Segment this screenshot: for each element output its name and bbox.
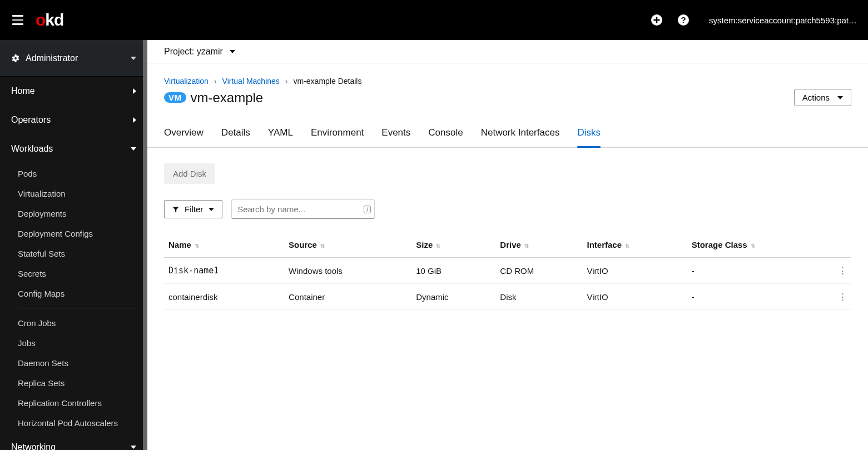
col-size[interactable]: Size⇅ xyxy=(411,232,495,258)
sort-icon: ⇅ xyxy=(436,243,440,249)
sidebar-item-networking[interactable]: Networking xyxy=(0,433,147,450)
cell-size: Dynamic xyxy=(411,284,495,310)
tab-bar: Overview Details YAML Environment Events… xyxy=(147,122,868,148)
caret-down-icon xyxy=(131,446,136,449)
sidebar-item-stateful-sets[interactable]: Stateful Sets xyxy=(18,243,147,263)
cell-interface: VirtIO xyxy=(583,284,687,310)
sidebar-divider xyxy=(18,308,136,308)
add-disk-button[interactable]: Add Disk xyxy=(164,163,215,184)
svg-text:?: ? xyxy=(681,15,686,24)
sort-icon: ⇅ xyxy=(320,243,325,249)
tab-network-interfaces[interactable]: Network Interfaces xyxy=(481,122,560,147)
kebab-icon[interactable]: ⋮ xyxy=(834,258,851,284)
svg-rect-2 xyxy=(653,19,659,21)
table-row: containerdisk Container Dynamic Disk Vir… xyxy=(164,284,851,310)
tab-overview[interactable]: Overview xyxy=(164,122,204,147)
cell-drive: Disk xyxy=(495,284,582,310)
perspective-label: Administrator xyxy=(26,53,78,63)
sidebar-item-workloads[interactable]: Workloads xyxy=(0,134,147,163)
cell-storage-class: - xyxy=(687,258,834,284)
cell-name: containerdisk xyxy=(164,284,284,310)
cell-storage-class: - xyxy=(687,284,834,310)
sidebar-item-daemon-sets[interactable]: Daemon Sets xyxy=(18,353,147,373)
tab-events[interactable]: Events xyxy=(381,122,410,147)
kebab-icon[interactable]: ⋮ xyxy=(834,284,851,310)
cell-interface: VirtIO xyxy=(583,258,687,284)
sidebar-item-replica-sets[interactable]: Replica Sets xyxy=(18,373,147,393)
project-selector[interactable]: Project: yzamir xyxy=(164,47,235,57)
cell-source: Windows tools xyxy=(284,258,411,284)
sidebar-item-replication-controllers[interactable]: Replication Controllers xyxy=(18,393,147,413)
sidebar-item-hpa[interactable]: Horizontal Pod Autoscalers xyxy=(18,413,147,433)
cell-size: 10 GiB xyxy=(411,258,495,284)
filter-button[interactable]: Filter xyxy=(164,200,222,218)
cell-source: Container xyxy=(284,284,411,310)
masthead: okd ? system:serviceaccount:patch5593:pa… xyxy=(0,0,868,40)
col-interface[interactable]: Interface⇅ xyxy=(583,232,687,258)
sidebar-item-operators[interactable]: Operators xyxy=(0,106,147,134)
search-input-wrap: / xyxy=(231,199,375,219)
chevron-right-icon: › xyxy=(214,77,217,86)
sort-icon: ⇅ xyxy=(524,243,529,249)
table-row: Disk-name1 Windows tools 10 GiB CD ROM V… xyxy=(164,258,851,284)
brand-logo[interactable]: okd xyxy=(36,11,63,29)
search-kbd-hint: / xyxy=(364,206,371,213)
sort-icon: ⇅ xyxy=(195,243,199,249)
perspective-switcher[interactable]: Administrator xyxy=(0,40,147,77)
sidebar-item-pods[interactable]: Pods xyxy=(18,163,147,183)
breadcrumb-virtualization[interactable]: Virtualization xyxy=(164,77,209,86)
page-title: vm-example xyxy=(191,90,264,106)
caret-down-icon xyxy=(131,147,136,151)
tab-environment[interactable]: Environment xyxy=(311,122,364,147)
cell-name: Disk-name1 xyxy=(164,258,284,284)
sidebar-item-home[interactable]: Home xyxy=(0,77,147,106)
plus-icon[interactable] xyxy=(651,14,662,26)
cell-drive: CD ROM xyxy=(495,258,582,284)
project-bar: Project: yzamir xyxy=(147,40,868,63)
sort-icon: ⇅ xyxy=(751,243,755,249)
sidebar-item-deployment-configs[interactable]: Deployment Configs xyxy=(18,223,147,243)
col-drive[interactable]: Drive⇅ xyxy=(495,232,582,258)
chevron-right-icon xyxy=(133,88,136,94)
chevron-right-icon: › xyxy=(285,77,288,86)
caret-down-icon xyxy=(209,208,214,211)
gear-icon xyxy=(11,54,20,63)
actions-button[interactable]: Actions xyxy=(794,89,851,106)
col-storage-class[interactable]: Storage Class⇅ xyxy=(687,232,834,258)
tab-disks[interactable]: Disks xyxy=(577,122,601,147)
caret-down-icon xyxy=(131,57,136,60)
caret-down-icon xyxy=(230,50,235,53)
sidebar-item-secrets[interactable]: Secrets xyxy=(18,263,147,283)
chevron-right-icon xyxy=(133,117,136,123)
sidebar-item-jobs[interactable]: Jobs xyxy=(18,333,147,353)
disks-table: Name⇅ Source⇅ Size⇅ Drive⇅ Interface⇅ St… xyxy=(164,232,851,310)
hamburger-icon[interactable] xyxy=(7,9,29,31)
tab-details[interactable]: Details xyxy=(221,122,250,147)
col-name[interactable]: Name⇅ xyxy=(164,232,284,258)
sidebar-item-deployments[interactable]: Deployments xyxy=(18,203,147,223)
sidebar: Administrator Home Operators Workloads P… xyxy=(0,40,147,450)
caret-down-icon xyxy=(837,96,843,99)
sidebar-item-cron-jobs[interactable]: Cron Jobs xyxy=(18,313,147,333)
tab-yaml[interactable]: YAML xyxy=(268,122,293,147)
breadcrumb: Virtualization › Virtual Machines › vm-e… xyxy=(164,77,851,86)
user-menu[interactable]: system:serviceaccount:patch5593:pat… xyxy=(709,16,857,25)
filter-icon xyxy=(172,206,179,213)
tab-console[interactable]: Console xyxy=(428,122,463,147)
sidebar-item-virtualization[interactable]: Virtualization xyxy=(18,183,147,203)
help-icon[interactable]: ? xyxy=(678,14,689,26)
sort-icon: ⇅ xyxy=(625,243,629,249)
search-input[interactable] xyxy=(232,200,374,218)
main-content: Project: yzamir Virtualization › Virtual… xyxy=(147,40,868,450)
col-source[interactable]: Source⇅ xyxy=(284,232,411,258)
breadcrumb-current: vm-example Details xyxy=(294,77,362,86)
sidebar-item-config-maps[interactable]: Config Maps xyxy=(18,283,147,303)
vm-badge: VM xyxy=(164,92,186,103)
breadcrumb-virtual-machines[interactable]: Virtual Machines xyxy=(222,77,280,86)
